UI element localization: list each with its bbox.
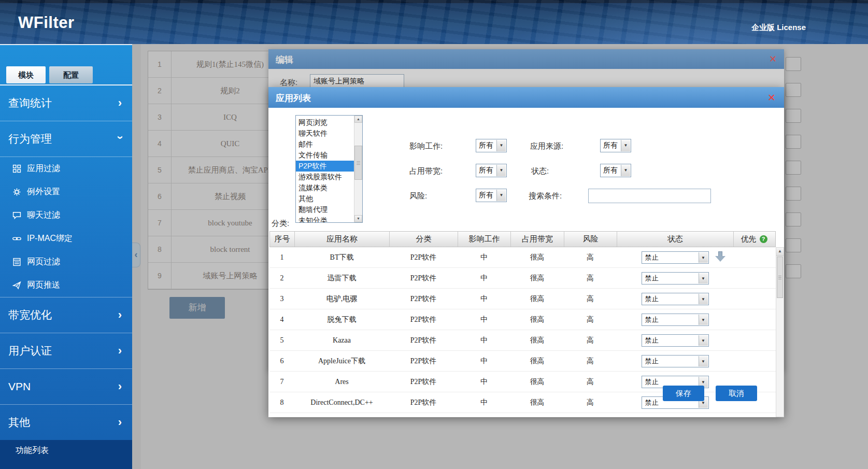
sidebar-item-label: 其他	[8, 416, 30, 428]
category-option[interactable]: 未知分类	[296, 215, 354, 222]
category-option[interactable]: 邮件	[296, 139, 354, 150]
risk-filter-value: 所有	[479, 191, 493, 200]
app-bandwidth: 很高	[510, 315, 564, 324]
app-dialog-body: 分类: 网页浏览 聊天软件 邮件 文件传输 P2P软件 游戏股票软件	[268, 108, 784, 417]
dropdown-arrow-icon[interactable]: ▼	[699, 273, 708, 283]
application-row: 4 脱兔下载 P2P软件 中 很高 高 禁止 ▼	[269, 309, 776, 330]
app-risk: 高	[564, 253, 617, 262]
license-link[interactable]: 企业版 License	[751, 23, 806, 33]
push-send-icon	[12, 281, 21, 290]
application-row: 9 Gnutella,BearShare,iMesh P2P软件 中 很高 高 …	[269, 413, 776, 417]
scroll-up-icon[interactable]: ▲	[776, 248, 784, 256]
scroll-down-icon[interactable]: ▼	[354, 215, 362, 222]
app-category: P2P软件	[389, 398, 458, 407]
risk-filter-label: 风险:	[409, 191, 427, 201]
category-option[interactable]: 聊天软件	[296, 128, 354, 139]
dropdown-arrow-icon[interactable]: ▼	[699, 252, 708, 263]
category-option[interactable]: 其他	[296, 193, 354, 204]
status-select[interactable]: 禁止 ▼	[642, 334, 709, 347]
app-risk: 高	[564, 274, 617, 283]
app-status-cell: 禁止 ▼	[617, 355, 733, 367]
status-filter-value: 所有	[603, 166, 618, 175]
category-option[interactable]: 网页浏览	[296, 117, 354, 128]
chevron-right-icon: ›	[118, 345, 122, 357]
cancel-button[interactable]: 取消	[716, 386, 757, 401]
bandwidth-filter-select[interactable]: 所有 ▼	[476, 164, 507, 177]
app-status-cell: 禁止 ▼	[617, 314, 733, 326]
search-input[interactable]	[588, 189, 711, 203]
app-risk: 高	[564, 398, 617, 407]
dropdown-arrow-icon[interactable]: ▼	[496, 190, 506, 201]
bandwidth-filter-label: 占用带宽:	[409, 166, 443, 176]
sidebar-item-label: 用户认证	[8, 345, 52, 357]
status-select[interactable]: 禁止 ▼	[642, 355, 709, 367]
tab-modules[interactable]: 模块	[6, 66, 46, 83]
dropdown-arrow-icon[interactable]: ▼	[621, 140, 630, 151]
status-value: 禁止	[645, 315, 659, 324]
listbox-scrollbar[interactable]: ▲ ▼	[354, 116, 362, 222]
dropdown-arrow-icon[interactable]: ▼	[621, 165, 630, 176]
sidebar-item-feature-list[interactable]: 功能列表	[0, 440, 132, 469]
app-row-index: 5	[269, 336, 294, 345]
category-option[interactable]: 游戏股票软件	[296, 172, 354, 182]
save-button[interactable]: 保存	[663, 386, 704, 401]
status-select[interactable]: 禁止 ▼	[642, 251, 709, 264]
app-name: 脱兔下载	[294, 315, 389, 324]
risk-filter-select[interactable]: 所有 ▼	[476, 189, 507, 202]
dropdown-arrow-icon[interactable]: ▼	[699, 294, 708, 304]
chevron-right-icon: ›	[118, 381, 122, 392]
status-select[interactable]: 禁止 ▼	[642, 293, 709, 305]
sidebar-item-chat-filter[interactable]: 聊天过滤	[0, 204, 132, 227]
help-icon[interactable]: ?	[760, 235, 767, 243]
application-row: 6 AppleJuice下载 P2P软件 中 很高 高 禁止 ▼	[269, 351, 776, 372]
close-icon[interactable]: ✕	[767, 92, 776, 104]
sidebar-item-label: IP-MAC绑定	[27, 233, 73, 244]
sidebar-item-app-filter[interactable]: 应用过滤	[0, 157, 132, 180]
category-option[interactable]: P2P软件	[296, 161, 354, 172]
impact-filter-select[interactable]: 所有 ▼	[476, 139, 507, 152]
dropdown-arrow-icon[interactable]: ▼	[699, 356, 708, 366]
move-down-icon[interactable]	[715, 251, 726, 262]
dropdown-arrow-icon[interactable]: ▼	[699, 315, 708, 325]
app-risk: 高	[564, 336, 617, 345]
sidebar-item-bandwidth[interactable]: 带宽优化 ›	[0, 297, 132, 333]
status-select[interactable]: 禁止 ▼	[642, 314, 709, 326]
sidebar-item-vpn[interactable]: VPN ›	[0, 369, 132, 405]
table-scrollbar[interactable]: ▲	[776, 247, 784, 417]
app-category: P2P软件	[389, 357, 458, 366]
category-option[interactable]: 翻墙代理	[296, 204, 354, 215]
sidebar-item-web-filter[interactable]: 网页过滤	[0, 250, 132, 274]
impact-filter-label: 影响工作:	[409, 141, 443, 151]
dropdown-arrow-icon[interactable]: ▼	[699, 335, 708, 346]
category-option[interactable]: 流媒体类	[296, 182, 354, 193]
sidebar-item-other[interactable]: 其他 ›	[0, 405, 132, 440]
app-impact: 中	[458, 398, 510, 407]
sidebar-item-label: 网页推送	[27, 280, 60, 291]
tab-config[interactable]: 配置	[49, 66, 93, 83]
sidebar-item-query-stats[interactable]: 查询统计 ›	[0, 86, 132, 121]
app-name: Kazaa	[294, 336, 389, 345]
category-option[interactable]: 文件传输	[296, 150, 354, 161]
app-name: BT下载	[294, 253, 389, 262]
dropdown-arrow-icon[interactable]: ▼	[496, 140, 506, 151]
dropdown-arrow-icon[interactable]: ▼	[496, 165, 506, 176]
sidebar-item-web-push[interactable]: 网页推送	[0, 274, 132, 297]
scroll-up-icon[interactable]: ▲	[354, 116, 362, 123]
app-category: P2P软件	[389, 253, 458, 262]
table-scroll-thumb[interactable]	[777, 257, 783, 298]
status-select[interactable]: 禁止 ▼	[642, 272, 709, 285]
app-impact: 中	[458, 253, 510, 262]
sidebar-item-label: 行为管理	[8, 133, 52, 145]
sidebar-item-user-auth[interactable]: 用户认证 ›	[0, 333, 132, 369]
status-select[interactable]: 禁止 ▼	[642, 417, 709, 418]
sidebar-item-ip-mac-binding[interactable]: IP-MAC绑定	[0, 227, 132, 250]
sidebar-item-behavior-mgmt[interactable]: 行为管理 ›	[0, 121, 132, 157]
status-filter-select[interactable]: 所有 ▼	[600, 164, 631, 177]
source-filter-select[interactable]: 所有 ▼	[600, 139, 631, 152]
app-name: DirectConnect,DC++	[294, 399, 389, 407]
app-risk: 高	[564, 315, 617, 324]
listbox-scroll-thumb[interactable]	[354, 146, 362, 180]
app-status-cell: 禁止 ▼	[617, 272, 733, 285]
sidebar-item-exceptions[interactable]: 例外设置	[0, 180, 132, 204]
status-value: 禁止	[645, 377, 659, 387]
